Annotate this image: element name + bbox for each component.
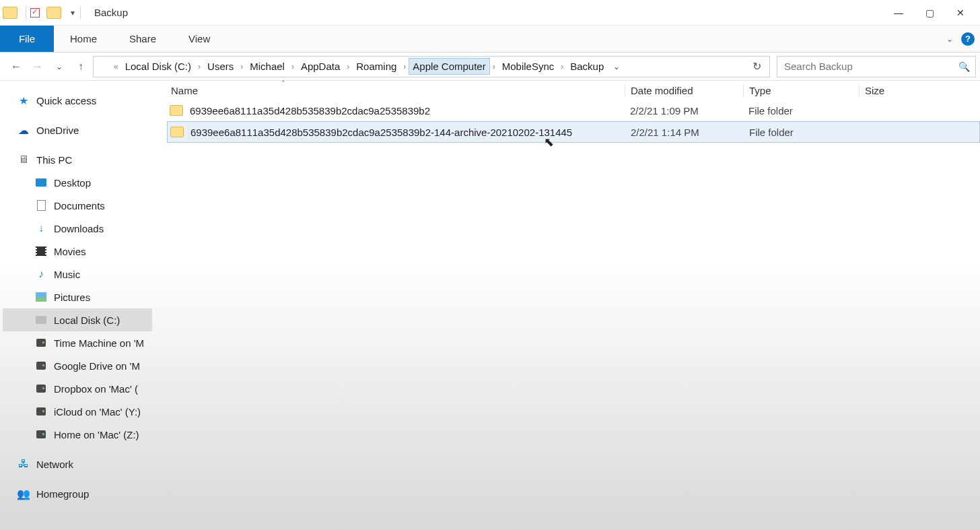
folder-icon xyxy=(3,7,18,19)
minimize-button[interactable]: — xyxy=(883,1,914,24)
sort-asc-icon: ˄ xyxy=(281,79,285,88)
column-label: Type xyxy=(749,85,771,96)
breadcrumb-item[interactable]: Roaming xyxy=(352,58,400,75)
chevron-right-icon[interactable]: › xyxy=(290,62,295,71)
sidebar-item-label: Homegroup xyxy=(36,488,89,500)
file-type: File folder xyxy=(744,127,860,138)
search-box[interactable]: 🔍 xyxy=(777,56,976,77)
sidebar-item-label: Dropbox on 'Mac' ( xyxy=(54,383,138,395)
tab-share[interactable]: Share xyxy=(113,26,172,52)
table-row[interactable]: 6939ee6a8111a35d428b535839b2cdac9a253583… xyxy=(167,100,980,121)
breadcrumb-item[interactable]: AppData xyxy=(297,58,344,75)
sidebar-item-onedrive[interactable]: ☁ OneDrive xyxy=(3,119,152,141)
disk-icon xyxy=(36,316,46,324)
search-icon[interactable]: 🔍 xyxy=(958,61,970,72)
chevron-right-icon[interactable]: › xyxy=(491,62,497,71)
sidebar-item-homegroup[interactable]: 👥Homegroup xyxy=(3,482,152,505)
sidebar-item-movies[interactable]: Movies xyxy=(3,240,152,263)
sidebar-item-label: Local Disk (C:) xyxy=(54,314,120,326)
qat-newfolder-icon[interactable] xyxy=(46,7,61,19)
file-name: 6939ee6a8111a35d428b535839b2cdac9a253583… xyxy=(190,105,430,117)
sidebar-item-drive[interactable]: Google Drive on 'M xyxy=(3,354,152,377)
forward-button[interactable]: → xyxy=(28,57,47,77)
breadcrumb-item[interactable]: Apple Computer xyxy=(409,58,489,75)
up-button[interactable]: ↑ xyxy=(71,57,90,77)
sidebar-item-label: iCloud on 'Mac' (Y:) xyxy=(54,406,141,418)
search-input[interactable] xyxy=(783,60,958,73)
qat-properties-icon[interactable] xyxy=(30,8,40,18)
refresh-button[interactable]: ↻ xyxy=(746,60,767,73)
sidebar-item-label: Pictures xyxy=(54,292,90,303)
ribbon: File Home Share View ⌄ ? xyxy=(0,26,980,53)
column-type[interactable]: Type xyxy=(743,85,859,96)
tab-file[interactable]: File xyxy=(0,26,54,52)
file-date: 2/2/21 1:14 PM xyxy=(625,127,744,138)
sidebar-item-drive[interactable]: Dropbox on 'Mac' ( xyxy=(3,377,152,400)
file-list: ˄ Name Date modified Type Size 6939ee6a8… xyxy=(153,81,980,530)
document-icon xyxy=(37,200,46,211)
chevron-right-icon[interactable]: › xyxy=(559,62,565,71)
column-label: Size xyxy=(865,85,884,96)
window-title: Backup xyxy=(94,7,128,18)
column-date[interactable]: Date modified xyxy=(625,85,743,96)
sidebar-item-music[interactable]: ♪Music xyxy=(3,263,152,286)
column-size[interactable]: Size xyxy=(859,85,980,96)
folder-icon xyxy=(170,127,184,137)
star-icon: ★ xyxy=(18,94,30,106)
chevron-right-icon[interactable]: › xyxy=(239,62,244,71)
separator xyxy=(26,6,26,20)
table-row[interactable]: 6939ee6a8111a35d428b535839b2cdac9a253583… xyxy=(167,121,980,143)
window-titlebar: ▾ Backup — ▢ ✕ xyxy=(0,0,980,26)
sidebar-item-label: Home on 'Mac' (Z:) xyxy=(54,429,139,440)
chevron-right-icon[interactable]: › xyxy=(345,62,351,71)
address-dropdown[interactable]: ⌄ xyxy=(609,62,624,71)
sidebar-item-quickaccess[interactable]: ★ Quick access xyxy=(3,89,152,112)
close-button[interactable]: ✕ xyxy=(945,1,976,24)
sidebar-item-desktop[interactable]: Desktop xyxy=(3,171,152,194)
sidebar-item-label: Music xyxy=(54,269,80,280)
sidebar-item-documents[interactable]: Documents xyxy=(3,194,152,217)
chevron-right-icon[interactable]: › xyxy=(402,62,407,71)
breadcrumb-item[interactable]: Michael xyxy=(246,58,289,75)
back-button[interactable]: ← xyxy=(7,57,26,77)
sidebar-item-network[interactable]: 🖧Network xyxy=(3,453,152,475)
ribbon-collapse-icon[interactable]: ⌄ xyxy=(946,34,953,44)
cloud-icon: ☁ xyxy=(18,124,30,136)
qat-dropdown-icon[interactable]: ▾ xyxy=(69,8,76,18)
sidebar-item-drive[interactable]: iCloud on 'Mac' (Y:) xyxy=(3,400,152,423)
breadcrumb-item[interactable]: Local Disk (C:) xyxy=(121,58,195,75)
sidebar-item-label: Google Drive on 'M xyxy=(54,360,140,372)
file-date: 2/2/21 1:09 PM xyxy=(625,105,743,117)
sidebar-item-pictures[interactable]: Pictures xyxy=(3,286,152,308)
recent-locations-button[interactable]: ⌄ xyxy=(50,57,69,77)
maximize-button[interactable]: ▢ xyxy=(914,1,945,24)
file-name: 6939ee6a8111a35d428b535839b2cdac9a253583… xyxy=(190,127,572,138)
monitor-icon: 🖥 xyxy=(18,154,30,166)
sidebar-item-label: Desktop xyxy=(54,177,91,189)
film-icon xyxy=(36,246,46,256)
breadcrumb-overflow[interactable]: « xyxy=(112,62,120,71)
sidebar-item-label: Movies xyxy=(54,246,86,257)
breadcrumb-item[interactable]: Backup xyxy=(566,58,608,75)
tab-view[interactable]: View xyxy=(172,26,226,52)
help-icon[interactable]: ? xyxy=(961,32,975,46)
netdrive-icon xyxy=(36,407,46,416)
sidebar-item-label: This PC xyxy=(36,154,72,166)
sidebar-item-thispc[interactable]: 🖥 This PC xyxy=(3,148,152,171)
tab-home[interactable]: Home xyxy=(54,26,113,52)
sidebar-item-label: Time Machine on 'M xyxy=(54,337,144,349)
breadcrumb-item[interactable]: MobileSync xyxy=(498,58,559,75)
netdrive-icon xyxy=(36,362,46,370)
breadcrumb-item[interactable]: Users xyxy=(203,58,238,75)
column-label: Date modified xyxy=(631,85,693,96)
folder-icon xyxy=(98,61,110,71)
navigation-bar: ← → ⌄ ↑ « Local Disk (C:)› Users› Michae… xyxy=(0,53,980,81)
chevron-right-icon[interactable]: › xyxy=(197,62,202,71)
column-name[interactable]: ˄ Name xyxy=(167,85,625,96)
sidebar-item-downloads[interactable]: ↓Downloads xyxy=(3,217,152,240)
sidebar-item-drive[interactable]: Time Machine on 'M xyxy=(3,331,152,354)
sidebar-item-drive[interactable]: Home on 'Mac' (Z:) xyxy=(3,423,152,446)
address-bar[interactable]: « Local Disk (C:)› Users› Michael› AppDa… xyxy=(93,56,770,77)
column-headers: ˄ Name Date modified Type Size xyxy=(167,81,980,100)
sidebar-item-localdisk[interactable]: Local Disk (C:) xyxy=(3,308,152,331)
